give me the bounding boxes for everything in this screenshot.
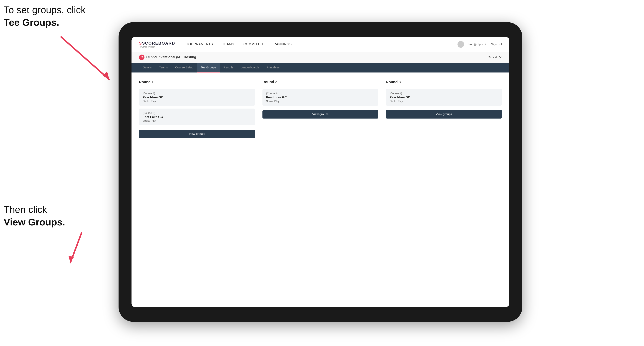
top-nav: SSCOREBOARD Powered by clippt TOURNAMENT… [132,37,509,52]
tab-tee-groups[interactable]: Tee Groups [197,63,220,72]
tablet-frame: SSCOREBOARD Powered by clippt TOURNAMENT… [118,22,522,322]
tab-details[interactable]: Details [139,63,156,72]
round-1-course-b-label: (Course B) [142,112,251,115]
logo-text: SSCOREBOARD [139,41,175,46]
nav-tournaments[interactable]: TOURNAMENTS [186,42,213,46]
round-1-course-b-format: Stroke Play [142,119,251,122]
round-2-course-a-name: Peachtree GC [266,96,375,99]
round-2-title: Round 2 [262,80,378,84]
arrow-to-tee-groups [56,31,115,87]
instruction-top-line1: To set groups, click [4,4,86,15]
clippd-icon: C [139,55,144,60]
instruction-top-line2: Tee Groups. [4,17,59,28]
nav-committee[interactable]: COMMITTEE [244,42,264,46]
round-3-course-a-format: Stroke Play [390,100,498,103]
tournament-name: Clippd Invitational (M... Hosting [146,55,196,59]
sign-out-link[interactable]: Sign out [491,43,502,46]
close-icon[interactable]: ✕ [499,55,502,60]
round-2-course-a-card: (Course A) Peachtree GC Stroke Play [262,89,378,106]
tab-teams[interactable]: Teams [156,63,172,72]
sub-header-logo: C Clippd Invitational (M... Hosting [139,55,488,60]
round-1-course-a-label: (Course A) [142,92,251,95]
round-2-course-a-format: Stroke Play [266,100,375,103]
tab-course-setup[interactable]: Course Setup [172,63,197,72]
instruction-top: To set groups, click Tee Groups. [4,4,86,29]
round-3-title: Round 3 [386,80,502,84]
round-2-course-a-label: (Course A) [266,92,375,95]
avatar [458,41,464,48]
round-1-view-groups-button[interactable]: View groups [139,130,255,138]
tab-printables[interactable]: Printables [263,63,284,72]
round-1-course-a-name: Peachtree GC [142,96,251,99]
instruction-bottom-line2: View Groups. [4,217,65,227]
round-2-view-groups-button[interactable]: View groups [262,110,378,119]
svg-line-0 [61,37,109,80]
logo-area: SSCOREBOARD Powered by clippt [139,41,175,48]
cancel-button[interactable]: Cancel [488,56,497,59]
user-email: blair@clippd.io [468,43,487,46]
tablet-screen: SSCOREBOARD Powered by clippt TOURNAMENT… [132,37,509,307]
round-3-course-a-label: (Course A) [390,92,498,95]
instruction-bottom-line1: Then click [4,204,47,215]
round-2-section: Round 2 (Course A) Peachtree GC Stroke P… [262,80,378,138]
rounds-grid: Round 1 (Course A) Peachtree GC Stroke P… [139,80,502,138]
instruction-bottom: Then click View Groups. [4,203,65,228]
logo-c-letter: S [139,41,142,45]
logo-sub: Powered by clippt [139,46,175,48]
round-1-section: Round 1 (Course A) Peachtree GC Stroke P… [139,80,255,138]
tab-results[interactable]: Results [220,63,237,72]
sub-header-right: Cancel ✕ [488,55,502,60]
nav-rankings[interactable]: RANKINGS [274,42,292,46]
round-3-view-groups-button[interactable]: View groups [386,110,502,119]
main-content: Round 1 (Course A) Peachtree GC Stroke P… [132,72,509,307]
round-3-course-a-card: (Course A) Peachtree GC Stroke Play [386,89,502,106]
round-3-section: Round 3 (Course A) Peachtree GC Stroke P… [386,80,502,138]
round-1-course-b-card: (Course B) East Lake GC Stroke Play [139,109,255,125]
round-1-course-b-name: East Lake GC [142,115,251,119]
round-3-course-a-name: Peachtree GC [390,96,498,99]
arrow-to-view-groups [50,227,87,268]
tab-leaderboards[interactable]: Leaderboards [237,63,263,72]
sub-header: C Clippd Invitational (M... Hosting Canc… [132,52,509,63]
nav-teams[interactable]: TEAMS [222,42,234,46]
tab-bar: Details Teams Course Setup Tee Groups Re… [132,63,509,72]
svg-marker-1 [103,71,109,80]
round-1-course-a-card: (Course A) Peachtree GC Stroke Play [139,89,255,106]
round-1-title: Round 1 [139,80,255,84]
round-1-course-a-format: Stroke Play [142,100,251,103]
nav-right: blair@clippd.io Sign out [458,41,502,48]
nav-links: TOURNAMENTS TEAMS COMMITTEE RANKINGS [186,42,458,46]
